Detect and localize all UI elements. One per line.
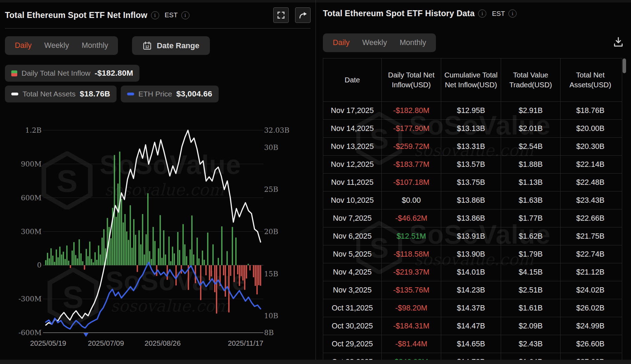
cell-date: Nov 10,2025 bbox=[323, 192, 382, 209]
table-row[interactable]: Nov 12,2025-$183.77M$13.57B$1.88B$22.14B bbox=[323, 155, 622, 173]
download-icon[interactable] bbox=[612, 36, 625, 50]
cell-traded: $2.43B bbox=[501, 335, 561, 353]
cell-daily-inflow: $246.02M bbox=[382, 353, 441, 360]
est-label: EST bbox=[492, 10, 505, 18]
cell-traded: $2.01B bbox=[501, 120, 561, 137]
table-row[interactable]: Nov 4,2025-$219.37M$14.01B$4.15B$21.12B bbox=[323, 263, 622, 281]
legend-row-2: Total Net Assets $18.76B ETH Price $3,00… bbox=[5, 86, 219, 102]
legend-label: Total Net Assets bbox=[23, 90, 76, 98]
cell-cumulative: $14.65B bbox=[441, 335, 501, 353]
table-row[interactable]: Nov 14,2025-$177.90M$13.13B$2.01B$20.00B bbox=[323, 119, 622, 137]
table-row[interactable]: Nov 6,2025$12.51M$13.91B$1.62B$21.75B bbox=[323, 227, 622, 245]
table-row[interactable]: Oct 28,2025$246.02M$14.73B$1.64B$27.66B bbox=[323, 353, 622, 360]
cell-date: Nov 14,2025 bbox=[323, 120, 382, 137]
svg-text:32.03B: 32.03B bbox=[264, 126, 289, 134]
column-header: Cumulative Total Net Inflow(USD) bbox=[441, 58, 501, 101]
cell-daily-inflow: -$107.18M bbox=[382, 174, 441, 191]
cell-daily-inflow: -$177.90M bbox=[382, 120, 441, 137]
right-tab-monthly[interactable]: Monthly bbox=[400, 38, 426, 47]
table-scrollbar[interactable] bbox=[623, 58, 626, 73]
cell-date: Nov 3,2025 bbox=[323, 281, 382, 299]
cell-assets: $24.02B bbox=[561, 281, 620, 299]
cell-assets: $23.43B bbox=[561, 192, 620, 209]
cell-cumulative: $14.23B bbox=[441, 281, 501, 299]
info-icon[interactable] bbox=[478, 10, 486, 18]
cell-assets: $20.00B bbox=[561, 120, 620, 137]
cell-date: Nov 17,2025 bbox=[323, 102, 382, 119]
cell-cumulative: $13.75B bbox=[441, 174, 501, 191]
cell-date: Nov 11,2025 bbox=[323, 174, 382, 191]
svg-text:10B: 10B bbox=[264, 312, 278, 320]
left-interval-tabs: DailyWeeklyMonthly bbox=[5, 36, 118, 55]
cell-date: Oct 30,2025 bbox=[323, 317, 382, 335]
legend-eth-price[interactable]: ETH Price $3,004.66 bbox=[121, 86, 219, 102]
fullscreen-icon[interactable] bbox=[273, 7, 289, 23]
column-header: Total Net Assets(USD) bbox=[561, 58, 620, 101]
svg-text:15B: 15B bbox=[264, 270, 278, 278]
share-icon[interactable] bbox=[295, 7, 311, 23]
cell-assets: $21.12B bbox=[561, 263, 620, 281]
svg-text:300M: 300M bbox=[21, 227, 42, 236]
info-icon[interactable] bbox=[508, 10, 517, 18]
cell-traded: $1.88B bbox=[501, 156, 561, 173]
svg-text:8B: 8B bbox=[264, 328, 274, 337]
date-range-button[interactable]: 12 Date Range bbox=[132, 36, 210, 55]
net-inflow-chart[interactable]: 1.2B900M600M300M0-300M-600M32.03B30B25B2… bbox=[0, 113, 303, 359]
date-range-label: Date Range bbox=[157, 41, 199, 50]
cell-cumulative: $13.90B bbox=[441, 245, 501, 263]
eth-line-legend-icon bbox=[127, 93, 134, 95]
est-label: EST bbox=[165, 11, 178, 19]
legend-daily-net-inflow[interactable]: Daily Total Net Inflow -$182.80M bbox=[5, 65, 139, 82]
table-row[interactable]: Nov 10,2025$0.00$13.86B$1.63B$23.43B bbox=[323, 191, 622, 209]
table-row[interactable]: Nov 3,2025-$135.76M$14.23B$2.51B$24.02B bbox=[323, 281, 622, 299]
cell-daily-inflow: -$184.31M bbox=[382, 317, 441, 335]
calendar-icon: 12 bbox=[143, 41, 152, 50]
right-panel-header: Total Ethereum Spot ETF History Data EST bbox=[323, 9, 626, 18]
right-tab-daily[interactable]: Daily bbox=[333, 38, 350, 47]
cell-traded: $2.54B bbox=[501, 138, 561, 155]
svg-text:30B: 30B bbox=[264, 143, 278, 152]
table-row[interactable]: Oct 29,2025-$81.44M$14.65B$2.43B$26.60B bbox=[323, 335, 622, 353]
table-row[interactable]: Nov 11,2025-$107.18M$13.75B$1.13B$22.48B bbox=[323, 173, 622, 191]
table-row[interactable]: Nov 7,2025-$46.62M$13.86B$1.77B$22.66B bbox=[323, 209, 622, 227]
cell-daily-inflow: -$219.37M bbox=[382, 263, 441, 281]
cell-traded: $2.09B bbox=[501, 317, 561, 335]
column-header: Date bbox=[323, 58, 382, 101]
cell-daily-inflow: $12.51M bbox=[382, 227, 441, 245]
info-icon[interactable] bbox=[151, 11, 159, 19]
cell-cumulative: $13.86B bbox=[441, 209, 501, 227]
info-icon[interactable] bbox=[181, 11, 189, 19]
cell-daily-inflow: -$46.62M bbox=[382, 209, 441, 227]
table-row[interactable]: Oct 31,2025-$98.20M$14.37B$1.61B$26.02B bbox=[323, 299, 622, 317]
table-row[interactable]: Nov 13,2025-$259.72M$13.31B$2.54B$20.30B bbox=[323, 137, 622, 155]
table-row[interactable]: Nov 5,2025-$118.58M$13.90B$1.79B$22.74B bbox=[323, 245, 622, 263]
right-interval-tabs: DailyWeeklyMonthly bbox=[323, 33, 436, 52]
table-row[interactable]: Nov 17,2025-$182.80M$12.95B$2.91B$18.76B bbox=[323, 101, 622, 119]
svg-text:900M: 900M bbox=[21, 160, 42, 168]
cell-assets: $22.14B bbox=[561, 156, 620, 173]
svg-text:2025/07/09: 2025/07/09 bbox=[88, 339, 124, 347]
svg-text:0: 0 bbox=[37, 261, 42, 269]
cell-assets: $18.76B bbox=[561, 102, 620, 119]
column-header: Total Value Traded(USD) bbox=[501, 58, 561, 101]
cell-daily-inflow: -$135.76M bbox=[382, 281, 441, 299]
cell-date: Nov 12,2025 bbox=[323, 156, 382, 173]
cell-cumulative: $14.01B bbox=[441, 263, 501, 281]
right-tab-weekly[interactable]: Weekly bbox=[362, 38, 387, 47]
left-panel-header: Total Ethereum Spot ETF Net Inflow EST bbox=[5, 7, 311, 23]
cell-cumulative: $12.95B bbox=[441, 102, 501, 119]
legend-total-net-assets[interactable]: Total Net Assets $18.76B bbox=[5, 86, 117, 102]
left-tab-daily[interactable]: Daily bbox=[15, 41, 32, 50]
svg-text:12: 12 bbox=[145, 45, 150, 49]
cell-traded: $1.77B bbox=[501, 209, 561, 227]
cell-daily-inflow: $0.00 bbox=[382, 192, 441, 209]
cell-date: Nov 6,2025 bbox=[323, 227, 382, 245]
legend-value: -$182.80M bbox=[95, 69, 133, 78]
table-body: Nov 17,2025-$182.80M$12.95B$2.91B$18.76B… bbox=[323, 101, 622, 360]
cell-daily-inflow: -$98.20M bbox=[382, 299, 441, 317]
table-row[interactable]: Oct 30,2025-$184.31M$14.47B$2.09B$24.99B bbox=[323, 317, 622, 335]
left-tab-weekly[interactable]: Weekly bbox=[44, 41, 69, 50]
cell-assets: $24.99B bbox=[561, 317, 620, 335]
left-tab-monthly[interactable]: Monthly bbox=[82, 41, 108, 50]
left-controls: DailyWeeklyMonthly 12 Date Range bbox=[5, 36, 210, 55]
